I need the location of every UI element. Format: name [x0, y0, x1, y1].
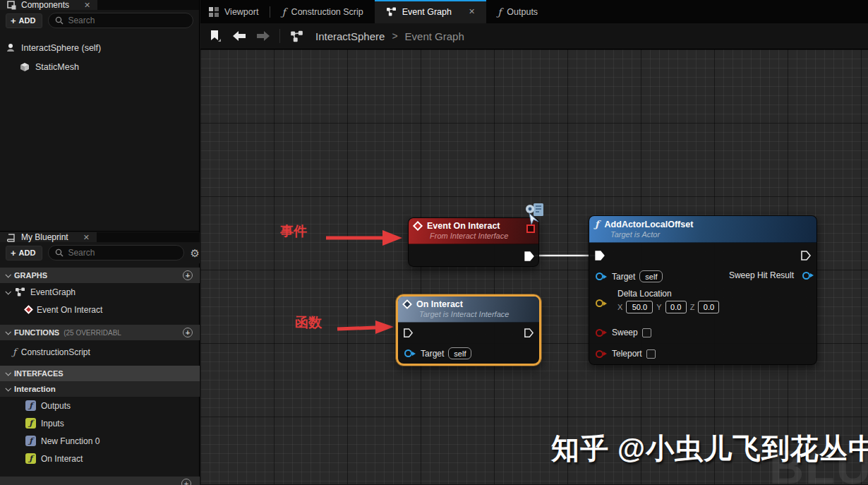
next-section-header-partial[interactable]: + [0, 477, 200, 485]
gear-icon[interactable]: ⚙ [190, 248, 199, 258]
my-blueprint-search [48, 245, 184, 261]
tab-my-blueprint[interactable]: My Blueprint ✕ [0, 232, 97, 242]
event-graph-canvas[interactable]: Event On Interact From Interact Interfac… [200, 49, 868, 484]
target-self-value: self [448, 347, 471, 359]
event-diamond-icon [24, 305, 33, 314]
tab-viewport[interactable]: Viewport [200, 0, 270, 23]
interfaces-section-header[interactable]: INTERFACES [0, 366, 200, 381]
functions-count-label: (25 OVERRIDABL [64, 329, 121, 337]
add-graph-icon[interactable]: + [183, 270, 193, 280]
viewport-icon [209, 7, 219, 17]
interface-item-outputs[interactable]: ƒ Outputs [0, 397, 200, 414]
object-pin[interactable] [404, 349, 412, 357]
components-search-input[interactable] [68, 16, 186, 25]
components-search [48, 13, 193, 28]
search-icon [55, 249, 64, 257]
exec-pin-out[interactable] [800, 250, 812, 261]
component-item-staticmesh[interactable]: StaticMesh [6, 57, 199, 76]
exec-pin-in[interactable] [594, 250, 605, 261]
function-icon: ƒ [595, 219, 599, 229]
close-icon[interactable]: ✕ [84, 1, 90, 10]
close-icon[interactable]: ✕ [469, 7, 475, 16]
search-icon [55, 16, 64, 25]
blueprint-editor-window: Components ✕ + ADD InteractSphere (self) [0, 0, 868, 485]
graphs-header-label: GRAPHS [14, 271, 47, 280]
tab-event-graph[interactable]: Event Graph ✕ [375, 0, 486, 23]
teleport-checkbox[interactable] [646, 349, 656, 359]
graphs-section-header[interactable]: GRAPHS + [0, 268, 200, 283]
exec-input-pin-row [403, 328, 414, 338]
component-item-interactsphere[interactable]: InteractSphere (self) [6, 38, 199, 57]
tab-label: Outputs [507, 7, 538, 17]
node-subtitle: Target is Interact Interface [419, 310, 532, 318]
sweep-checkbox[interactable] [642, 328, 651, 337]
tab-components-label: Components [21, 0, 69, 10]
forward-button[interactable] [253, 26, 274, 46]
node-addactorlocaloffset[interactable]: ƒ AddActorLocalOffset Target is Actor Ta… [589, 215, 817, 365]
interface-item-inputs[interactable]: ƒ Inputs [0, 414, 200, 432]
object-pin[interactable] [802, 272, 810, 280]
function-icon: ƒ [282, 6, 285, 18]
exec-pin-in[interactable] [403, 328, 414, 338]
event-graph-icon [290, 30, 303, 42]
tab-outputs[interactable]: ƒ Outputs [486, 0, 549, 23]
my-blueprint-panel: My Blueprint ✕ + ADD ⚙ GRAPHS [0, 232, 200, 485]
function-badge-icon: ƒ [25, 418, 36, 429]
arrow-left-icon [231, 30, 247, 42]
tab-components[interactable]: Components ✕ [0, 0, 97, 10]
my-blueprint-toolbar: + ADD ⚙ [0, 242, 200, 263]
my-blueprint-search-input[interactable] [68, 248, 177, 258]
exec-input-pin-row [594, 250, 605, 261]
actor-self-icon [6, 43, 16, 53]
graph-type-button [286, 26, 307, 46]
graph-item-label: Event On Interact [37, 305, 102, 315]
functions-section-header[interactable]: FUNCTIONS (25 OVERRIDABL + [0, 325, 200, 340]
document-tabstrip: Viewport ƒ Construction Scrip Event Grap… [200, 0, 868, 23]
annotation-arrowhead-function [375, 321, 394, 334]
breadcrumb-root[interactable]: InteractSphere [315, 30, 385, 42]
add-blueprint-item-button[interactable]: + ADD [6, 246, 42, 261]
vector-pin[interactable] [596, 299, 603, 307]
y-value-input[interactable] [665, 301, 687, 313]
graph-item-event-on-interact[interactable]: Event On Interact [0, 301, 200, 318]
x-value-input[interactable] [626, 301, 653, 313]
bool-pin[interactable] [596, 329, 603, 337]
bookmarks-button[interactable] [205, 26, 226, 46]
sweep-hit-result-row: Sweep Hit Result [729, 270, 810, 280]
object-pin[interactable] [596, 273, 603, 280]
target-pin-row: Target self [404, 347, 471, 359]
y-axis-label: Y [656, 303, 661, 311]
back-button[interactable] [229, 26, 250, 46]
node-on-interact[interactable]: On Interact Target is Interact Interface… [396, 294, 541, 366]
node-event-on-interact[interactable]: Event On Interact From Interact Interfac… [408, 217, 539, 267]
add-function-icon[interactable]: + [183, 328, 193, 337]
exec-pin-out[interactable] [524, 251, 535, 262]
function-item-constructionscript[interactable]: ƒ ConstructionScript [0, 343, 200, 361]
close-icon[interactable]: ✕ [83, 233, 90, 242]
tab-label: Event Graph [402, 7, 452, 17]
interface-item-label: New Function 0 [41, 436, 100, 446]
bool-pin[interactable] [596, 350, 603, 358]
z-value-input[interactable] [698, 301, 719, 313]
interface-item-new-function-0[interactable]: ƒ New Function 0 [0, 432, 200, 450]
pin-label: Sweep Hit Result [729, 270, 794, 280]
function-badge-icon: ƒ [25, 436, 36, 446]
target-self-value: self [639, 270, 663, 282]
interface-item-on-interact[interactable]: ƒ On Interact [0, 450, 200, 467]
event-graph-icon [386, 7, 397, 16]
add-component-button[interactable]: + ADD [6, 13, 42, 28]
breadcrumb-separator-icon: > [392, 30, 397, 42]
interaction-group-header[interactable]: Interaction [0, 381, 200, 397]
exec-pin-out[interactable] [524, 328, 534, 338]
plus-icon: + [11, 16, 16, 26]
node-title: Event On Interact [427, 221, 500, 231]
interface-item-label: Outputs [41, 401, 71, 411]
graph-item-eventgraph[interactable]: EventGraph [0, 283, 200, 301]
add-section-item-icon[interactable]: + [181, 479, 191, 485]
components-tabrow: Components ✕ [0, 0, 199, 10]
chevron-down-icon [5, 385, 11, 391]
add-button-label: ADD [19, 249, 36, 257]
sweep-pin-row: Sweep [596, 328, 651, 337]
node-title: AddActorLocalOffset [605, 220, 694, 229]
tab-construction-script[interactable]: ƒ Construction Scrip [270, 0, 374, 23]
